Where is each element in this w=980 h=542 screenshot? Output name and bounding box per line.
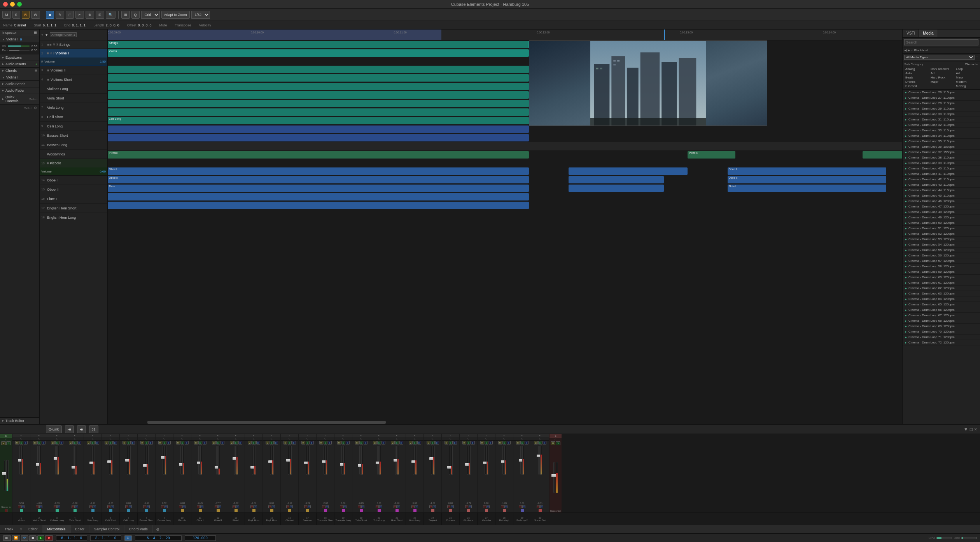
rp-result-item-28[interactable]: Cinema - Drum Loop 54, 120bpm — [903, 242, 980, 247]
track-tab-close[interactable]: × — [18, 527, 24, 532]
ch-s-8[interactable]: S — [163, 441, 166, 444]
ch-r-0[interactable]: R — [18, 505, 21, 508]
inspector-inserts-header[interactable]: ▶ Audio Inserts + — [0, 61, 39, 67]
ch-m-20[interactable]: M — [373, 441, 377, 444]
stereo-out-s-btn[interactable]: S — [556, 441, 560, 445]
ch-b-11[interactable]: B — [220, 441, 224, 444]
inspector-violins2-header[interactable]: ▼ Violins I — [0, 74, 39, 80]
track-row-violines-long[interactable]: Violines Long — [40, 84, 107, 94]
ch-s-26[interactable]: S — [485, 441, 488, 444]
ch-b-0[interactable]: B — [24, 441, 28, 444]
rp-result-item-12[interactable]: Cinema - Drum Loop 38, 110bpm — [903, 155, 980, 160]
snap-btn[interactable]: ⊞ — [121, 11, 130, 19]
filter-hard-rock[interactable]: Hard Rock — [929, 75, 953, 80]
rp-result-item-42[interactable]: Cinema - Drum Loop 68, 120bpm — [903, 318, 980, 324]
ch-w-11[interactable]: W — [218, 505, 221, 508]
h-scrollbar[interactable] — [108, 421, 902, 424]
tool-scissors[interactable]: ✂ — [75, 11, 84, 19]
ch-m-27[interactable]: M — [498, 441, 502, 444]
clip-oboe1-1[interactable]: Oboe I — [108, 167, 529, 175]
clip-violines-long[interactable] — [108, 83, 529, 90]
ch-r-8[interactable]: R — [161, 505, 164, 508]
ch-r-1[interactable]: R — [36, 505, 39, 508]
ch-s-9[interactable]: S — [180, 441, 184, 444]
rp-result-item-24[interactable]: Cinema - Drum Loop 50, 120bpm — [903, 220, 980, 226]
ch-w-6[interactable]: W — [129, 505, 132, 508]
rp-result-item-6[interactable]: Cinema - Drum Loop 32, 110bpm — [903, 122, 980, 128]
ch-w-15[interactable]: W — [290, 505, 293, 508]
track-row-strings[interactable]: 1 ◼◼ M S Strings — [40, 40, 107, 49]
ch-s-2[interactable]: S — [55, 441, 59, 444]
track-row-basses-short[interactable]: 10 Basses Short — [40, 131, 107, 140]
clip-violines2[interactable] — [108, 66, 529, 73]
rp-result-item-45[interactable]: Cinema - Drum Loop 71, 120bpm — [903, 335, 980, 340]
ch-m-15[interactable]: M — [284, 441, 287, 444]
ch-b-19[interactable]: B — [364, 441, 368, 444]
filter-major[interactable]: Major — [929, 80, 953, 84]
ch-s-22[interactable]: S — [413, 441, 417, 444]
ch-b-18[interactable]: B — [346, 441, 350, 444]
ch-r-17[interactable]: R — [322, 505, 325, 508]
rp-result-item-33[interactable]: Cinema - Drum Loop 59, 120bpm — [903, 269, 980, 275]
ch-m-1[interactable]: M — [33, 441, 37, 444]
quantize-select[interactable]: 1/32 — [191, 11, 210, 19]
tab-mixconsole[interactable]: MixConsole — [43, 525, 71, 533]
inspector-chords-header[interactable]: ▶ Chords ☰ — [0, 68, 39, 74]
track-row-viola-short[interactable]: Viola Short — [40, 94, 107, 103]
mixer-counter[interactable]: 31 — [89, 425, 98, 433]
ch-b-20[interactable]: B — [382, 441, 385, 444]
ch-s-16[interactable]: S — [306, 441, 310, 444]
clip-violins1[interactable]: Violins I — [108, 49, 529, 57]
ch-r-18[interactable]: R — [340, 505, 343, 508]
filter-minor[interactable]: Minor — [955, 75, 978, 80]
rp-result-item-41[interactable]: Cinema - Drum Loop 67, 120bpm — [903, 313, 980, 318]
ch-m-25[interactable]: M — [462, 441, 466, 444]
clip-englhorn-long-1[interactable] — [108, 202, 529, 209]
ch-r-13[interactable]: R — [250, 505, 254, 508]
ch-m-21[interactable]: M — [391, 441, 395, 444]
clip-strings[interactable]: Strings — [108, 41, 529, 48]
ch-s-19[interactable]: S — [359, 441, 363, 444]
ch-b-17[interactable]: B — [328, 441, 332, 444]
ch-b-2[interactable]: B — [60, 441, 63, 444]
clip-oboe1-2[interactable] — [569, 167, 688, 175]
clip-violines-short[interactable] — [108, 74, 529, 82]
pan-slider[interactable] — [9, 50, 30, 51]
ch-r-29[interactable]: R — [537, 505, 540, 508]
ch-r-11[interactable]: R — [215, 505, 218, 508]
rp-result-item-10[interactable]: Cinema - Drum Loop 36, 155bpm — [903, 144, 980, 150]
ch-s-28[interactable]: S — [520, 441, 524, 444]
clip-basses-long[interactable] — [108, 134, 529, 141]
tool-pointer[interactable]: ◆ — [46, 11, 54, 19]
ch-s-18[interactable]: S — [341, 441, 345, 444]
rp-result-item-1[interactable]: Cinema - Drum Loop 27, 110bpm — [903, 95, 980, 101]
tool-eraser[interactable]: ◻ — [66, 11, 74, 19]
ch-m-18[interactable]: M — [337, 441, 341, 444]
ch-r-25[interactable]: R — [465, 505, 468, 508]
transport-record-btn[interactable]: ⏺ — [45, 535, 53, 541]
stereo-out-m-btn[interactable]: M — [551, 441, 555, 445]
mixer-rewind-btn[interactable]: ⏮ — [65, 425, 74, 433]
tab-media[interactable]: Media — [919, 30, 938, 37]
ch-m-26[interactable]: M — [480, 441, 484, 444]
rp-result-item-46[interactable]: Cinema - Drum Loop 72, 120bpm — [903, 340, 980, 345]
ch-m-0[interactable]: M — [15, 441, 19, 444]
rp-result-item-44[interactable]: Cinema - Drum Loop 70, 120bpm — [903, 329, 980, 335]
ch-r-24[interactable]: R — [447, 505, 450, 508]
rp-result-item-7[interactable]: Cinema - Drum Loop 33, 110bpm — [903, 128, 980, 133]
tab-chord-pads[interactable]: Chord Pads — [124, 525, 153, 533]
ch-r-6[interactable]: R — [125, 505, 128, 508]
ch-s-17[interactable]: S — [324, 441, 327, 444]
ch-w-13[interactable]: W — [254, 505, 257, 508]
ch-r-2[interactable]: R — [54, 505, 57, 508]
rp-result-item-35[interactable]: Cinema - Drum Loop 61, 120bpm — [903, 280, 980, 286]
rp-result-item-15[interactable]: Cinema - Drum Loop 41, 110bpm — [903, 171, 980, 177]
rp-result-item-19[interactable]: Cinema - Drum Loop 45, 110bpm — [903, 193, 980, 199]
transport-back-btn[interactable]: ⏪ — [12, 535, 20, 541]
tab-track[interactable]: Track — [0, 525, 18, 533]
rp-result-item-18[interactable]: Cinema - Drum Loop 44, 110bpm — [903, 188, 980, 193]
tool-zoom[interactable]: ⊞ — [96, 11, 104, 19]
ch-r-23[interactable]: R — [429, 505, 432, 508]
ch-b-9[interactable]: B — [185, 441, 189, 444]
track-row-woodwinds[interactable]: Woodwinds — [40, 150, 107, 159]
